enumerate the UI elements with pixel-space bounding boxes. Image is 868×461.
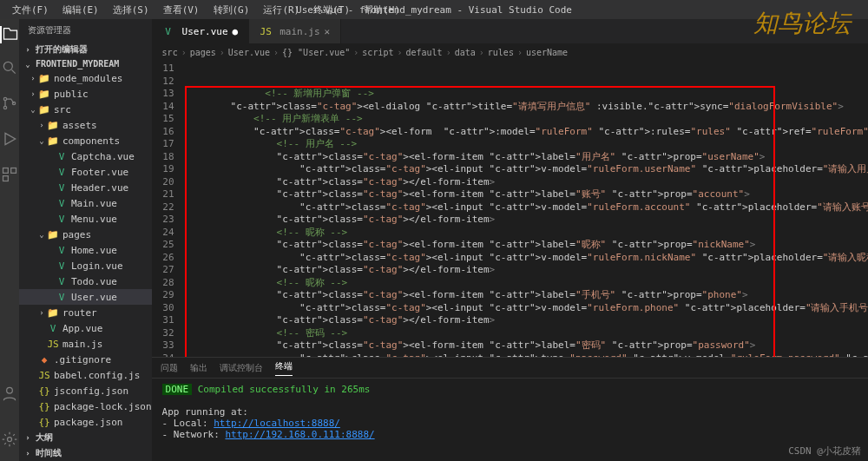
terminal-tabs: 问题输出调试控制台终端 + ▢ node ⫠ 🗑 ⋯ ⌄ ✕ [152,358,868,379]
breadcrumb-item[interactable]: default [406,48,443,57]
svg-rect-4 [3,168,9,174]
csdn-credit: CSDN @小花皮猪 [788,445,861,458]
tree-item[interactable]: ⌄📁components [19,133,152,148]
tree-item[interactable]: {}package.json [19,414,152,430]
breadcrumb-item[interactable]: User.vue [228,48,270,57]
tree-item[interactable]: VTodo.vue [19,273,152,289]
menu-edit[interactable]: 编辑(E) [57,2,104,18]
breadcrumb-item[interactable]: {} "User.vue" [282,48,350,57]
tree-item[interactable]: JSmain.js [19,336,152,352]
breadcrumb-item[interactable]: userName [526,48,568,57]
svg-point-7 [7,387,13,393]
tree-item[interactable]: ›📁public [19,86,152,102]
tree-item[interactable]: JSbabel.config.js [19,367,152,383]
tree-item[interactable]: VCaptcha.vue [19,148,152,164]
editor-tab[interactable]: VUser.vue● [152,19,250,43]
tree-item[interactable]: VMain.vue [19,195,152,211]
terminal-tab[interactable]: 调试控制台 [220,362,263,374]
settings-icon[interactable] [1,431,18,451]
done-badge: DONE [162,384,193,395]
tree-item[interactable]: VMenu.vue [19,211,152,227]
outline-section[interactable]: ›大纲 [19,430,152,445]
tree-item[interactable]: VLogin.vue [19,258,152,273]
timeline-section[interactable]: ›时间线 [19,445,152,461]
tree-item[interactable]: ⌄📁src [19,102,152,117]
tree-item[interactable]: ◆.gitignore [19,352,152,367]
terminal-tab[interactable]: 问题 [161,362,178,374]
local-url[interactable]: http://localhost:8888/ [214,418,340,429]
tree-item[interactable]: {}package-lock.json [19,398,152,414]
network-url[interactable]: http://192.168.0.111:8888/ [225,429,374,440]
window-title: User.vue - frontend_mydream - Visual Stu… [291,3,577,17]
tree-item[interactable]: VFooter.vue [19,164,152,180]
breadcrumb-item[interactable]: script [362,48,393,57]
menu-file[interactable]: 文件(F) [7,2,54,18]
menu-goto[interactable]: 转到(G) [208,2,255,18]
scm-icon[interactable] [1,95,18,115]
account-icon[interactable] [1,385,18,405]
svg-point-8 [8,438,12,442]
terminal-panel: 问题输出调试控制台终端 + ▢ node ⫠ 🗑 ⋯ ⌄ ✕ DONE Comp… [152,357,868,461]
breadcrumb-item[interactable]: data [455,48,476,57]
tree-item[interactable]: VHome.vue [19,242,152,258]
code-content[interactable]: <!-- 新增用户弹窗 --> "c-attr">class="c-tag"><… [185,61,868,357]
search-icon[interactable] [1,59,18,79]
project-section[interactable]: ⌄FRONTEND_MYDREAM [19,57,152,70]
debug-icon[interactable] [1,130,18,150]
line-gutter: 11 12 13 14 15 16 17 18 19 20 21 22 23 2… [152,61,185,357]
svg-rect-6 [3,176,9,181]
terminal-tab[interactable]: 终端 [275,360,293,376]
svg-point-2 [3,106,6,109]
svg-point-0 [3,62,12,70]
explorer-icon[interactable] [0,26,19,43]
editor-area: VUser.vue●JSmain.js✕ src›pages›User.vue›… [152,19,868,461]
tree-item[interactable]: VUser.vue [19,289,152,305]
svg-rect-5 [11,168,16,174]
breadcrumb-item[interactable]: rules [488,48,514,57]
menu-view[interactable]: 查看(V) [158,2,205,18]
sidebar: 资源管理器 ›打开的编辑器 ⌄FRONTEND_MYDREAM ›📁node_m… [19,19,152,461]
tree-item[interactable]: ›📁node_modules [19,70,152,86]
menubar: 文件(F) 编辑(E) 选择(S) 查看(V) 转到(G) 运行(R) 终端(T… [0,0,868,19]
svg-point-1 [3,97,6,100]
tree-item[interactable]: ›📁router [19,305,152,320]
sidebar-header: 资源管理器 [19,19,152,42]
file-tree: ›📁node_modules›📁public⌄📁src›📁assets⌄📁com… [19,70,152,430]
tree-item[interactable]: VApp.vue [19,320,152,336]
watermark: 知鸟论坛 [753,7,851,40]
breadcrumb-item[interactable]: pages [190,48,216,57]
breadcrumb-item[interactable]: src [162,48,178,57]
tree-item[interactable]: {}jsconfig.json [19,383,152,398]
extensions-icon[interactable] [1,166,18,186]
editor-tab[interactable]: JSmain.js✕ [249,19,341,43]
tree-item[interactable]: ⌄📁pages [19,227,152,242]
menu-select[interactable]: 选择(S) [108,2,155,18]
open-editors-section[interactable]: ›打开的编辑器 [19,42,152,57]
breadcrumbs[interactable]: src›pages›User.vue›{} "User.vue"›script›… [152,43,868,61]
tree-item[interactable]: VHeader.vue [19,180,152,195]
activity-bar [0,19,19,461]
terminal-body[interactable]: DONE Compiled successfully in 265ms 22:3… [152,379,868,461]
terminal-tab[interactable]: 输出 [190,362,207,374]
tree-item[interactable]: ›📁assets [19,117,152,133]
